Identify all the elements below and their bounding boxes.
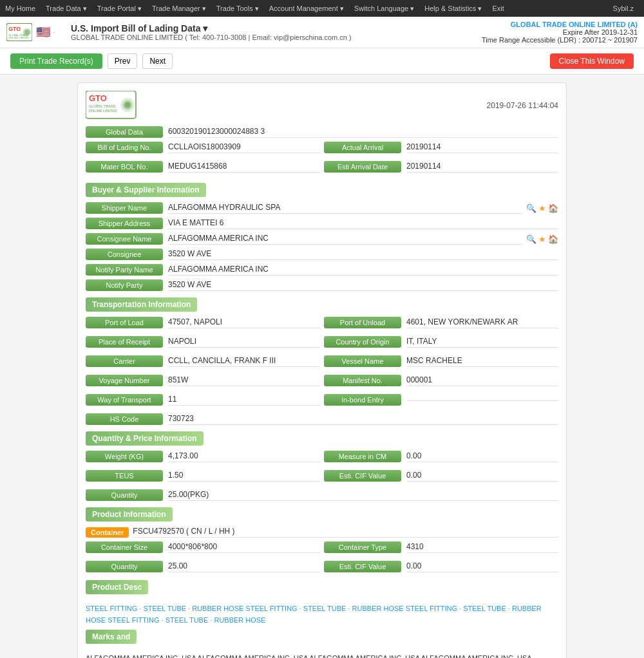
time-range: Time Range Accessible (LDR) : 200712 ~ 2…: [482, 36, 638, 44]
prev-button-top[interactable]: Prev: [108, 53, 138, 69]
country-of-origin-label: Country of Origin: [324, 336, 401, 348]
header-center: U.S. Import Bill of Lading Data ▾ GLOBAL…: [71, 23, 482, 41]
next-button-top[interactable]: Next: [142, 53, 173, 69]
in-bond-entry-value: [406, 399, 558, 401]
transportation-header: Transportation Information: [86, 297, 197, 312]
weight-value: 4,173.00: [168, 451, 320, 462]
measure-field: Measure in CM 0.00: [324, 451, 558, 462]
username-display: Sybil.z: [613, 5, 634, 12]
carrier-vessel-row: Carrier CCLL, CANCILLA, FRANK F III Vess…: [86, 355, 558, 371]
shipper-address-row: Shipper Address VIA E MATTEI 6: [86, 218, 558, 229]
esti-cif-value: 0.00: [406, 471, 558, 482]
header-right: GLOBAL TRADE ONLINE LIMITED (A) Expire A…: [482, 21, 638, 44]
mater-bol-value: MEDUG1415868: [168, 162, 320, 173]
flag-icon: 🇺🇸: [36, 25, 50, 39]
gto-logo-icon: GTO GLOBAL TRADE ONLINE LIMITED: [6, 23, 32, 41]
weight-label: Weight (KG): [86, 451, 163, 462]
consignee-search-icon[interactable]: 🔍: [526, 234, 536, 244]
nav-my-home[interactable]: My Home: [5, 5, 35, 12]
consignee-star-icon[interactable]: ★: [538, 234, 546, 244]
voyage-number-label: Voyage Number: [86, 375, 163, 386]
flag-separator: -: [53, 28, 55, 37]
manifest-no-field: Manifest No. 000001: [324, 375, 558, 386]
notify-party-name-value: ALFAGOMMA AMERICA INC: [168, 265, 558, 276]
main-content: GTO GLOBAL TRADE ONLINE LIMITED 2019-07-…: [0, 75, 644, 658]
company-name: GLOBAL TRADE ONLINE LIMITED (A): [482, 21, 638, 28]
port-of-load-field: Port of Load 47507, NAPOLI: [86, 317, 320, 328]
place-country-row: Place of Receipt NAPOLI Country of Origi…: [86, 336, 558, 352]
product-esti-cif-field: Esti. CIF Value 0.00: [324, 561, 558, 572]
consignee-home-icon[interactable]: 🏠: [548, 234, 558, 244]
nav-switch-language[interactable]: Switch Language ▾: [354, 5, 414, 13]
product-desc-text: STEEL FITTING · STEEL TUBE · RUBBER HOSE…: [86, 603, 558, 626]
print-button-top[interactable]: Print Trade Record(s): [10, 53, 102, 69]
port-of-unload-value: 4601, NEW YORK/NEWARK AR: [406, 317, 558, 328]
container-size-type-row: Container Size 4000*806*800 Container Ty…: [86, 541, 558, 557]
vessel-name-label: Vessel Name: [324, 355, 401, 367]
way-of-transport-label: Way of Transport: [86, 394, 163, 406]
manifest-no-label: Manifest No.: [324, 375, 401, 386]
header-bar: GTO GLOBAL TRADE ONLINE LIMITED 🇺🇸 - U.S…: [0, 17, 644, 48]
global-data-row: Global Data 600320190123000024883 3: [86, 126, 558, 138]
notify-party-name-label: Notify Party Name: [86, 264, 163, 276]
port-of-load-value: 47507, NAPOLI: [168, 317, 320, 328]
nav-trade-manager[interactable]: Trade Manager ▾: [152, 5, 206, 13]
top-navigation: My Home Trade Data ▾ Trade Portal ▾ Trad…: [0, 0, 644, 17]
marks-area: ALFAGOMMA AMERICA INC. USA ALFAGOMMA AME…: [86, 649, 558, 658]
in-bond-entry-label: In-bond Entry: [324, 394, 401, 406]
mater-bol-label: Mater BOL No.: [86, 161, 163, 173]
shipper-search-icon[interactable]: 🔍: [526, 203, 536, 213]
nav-help-statistics[interactable]: Help & Statistics ▾: [424, 5, 482, 13]
actual-arrival-value: 20190114: [406, 142, 558, 153]
shipper-name-label: Shipper Name: [86, 202, 163, 214]
voyage-number-field: Voyage Number 851W: [86, 375, 320, 386]
in-bond-entry-field: In-bond Entry: [324, 394, 558, 406]
container-badge: Container: [86, 527, 129, 538]
container-row: Container FSCU4792570 ( CN / L / HH ): [86, 527, 558, 538]
notify-party-label: Notify Party: [86, 279, 163, 291]
record-timestamp: 2019-07-26 11:44:04: [487, 101, 558, 110]
product-quantity-label: Quantity: [86, 561, 163, 572]
nav-trade-tools[interactable]: Trade Tools ▾: [216, 5, 259, 13]
container-size-label: Container Size: [86, 541, 163, 553]
product-quantity-field: Quantity 25.00: [86, 561, 320, 572]
product-quantity-value: 25.00: [168, 561, 320, 572]
nav-trade-data[interactable]: Trade Data ▾: [46, 5, 87, 13]
expire-date: Expire After 2019-12-31: [482, 28, 638, 36]
transportation-section: Transportation Information Port of Load …: [86, 297, 558, 425]
shipper-home-icon[interactable]: 🏠: [548, 203, 558, 213]
notify-party-name-row: Notify Party Name ALFAGOMMA AMERICA INC: [86, 264, 558, 276]
mater-bol-field: Mater BOL No. MEDUG1415868: [86, 161, 320, 173]
weight-measure-row: Weight (KG) 4,173.00 Measure in CM 0.00: [86, 451, 558, 466]
container-type-value: 4310: [406, 542, 558, 553]
svg-point-12: [125, 102, 130, 108]
actual-arrival-field: Actual Arrival 20190114: [324, 142, 558, 153]
teus-label: TEUS: [86, 470, 163, 482]
consignee-label: Consignee: [86, 249, 163, 260]
quantity-label: Quantity: [86, 489, 163, 501]
voyage-manifest-row: Voyage Number 851W Manifest No. 000001: [86, 375, 558, 390]
measure-label: Measure in CM: [324, 451, 401, 462]
place-of-receipt-value: NAPOLI: [168, 337, 320, 348]
consignee-row: Consignee 3520 W AVE: [86, 249, 558, 260]
product-section: Product Information Container FSCU479257…: [86, 507, 558, 658]
nav-exit[interactable]: Exit: [492, 5, 504, 12]
shipper-name-value: ALFAGOMMA HYDRAULIC SPA: [168, 203, 522, 214]
consignee-name-value: ALFAGOMMA AMERICA INC: [168, 234, 522, 245]
shipper-star-icon[interactable]: ★: [538, 203, 546, 213]
hs-code-value: 730723: [168, 414, 558, 425]
contact-info: GLOBAL TRADE ONLINE LIMITED ( Tel: 400-7…: [71, 33, 482, 41]
page-title: U.S. Import Bill of Lading Data ▾: [71, 23, 482, 33]
nav-account-management[interactable]: Account Management ▾: [269, 5, 344, 13]
svg-text:GTO: GTO: [89, 93, 107, 103]
actual-arrival-label: Actual Arrival: [324, 142, 401, 153]
product-desc-header: Product Desc: [86, 580, 148, 594]
way-of-transport-value: 11: [168, 395, 320, 406]
esti-cif-label: Esti. CIF Value: [324, 470, 401, 482]
nav-trade-portal[interactable]: Trade Portal ▾: [97, 5, 142, 13]
bol-value: CCLLAOIS18003909: [168, 142, 320, 153]
close-button-top[interactable]: Close This Window: [550, 53, 634, 69]
product-header: Product Information: [86, 507, 173, 522]
country-of-origin-value: IT, ITALY: [406, 337, 558, 348]
quantity-price-header: Quantity & Price Information: [86, 431, 204, 446]
